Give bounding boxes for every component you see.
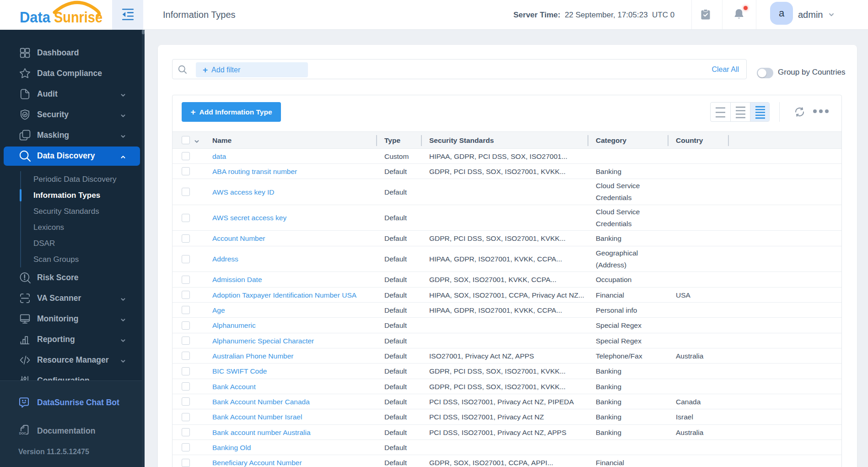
svg-text:DOC: DOC — [19, 431, 27, 435]
svg-text:Sunrise: Sunrise — [54, 9, 102, 26]
svg-text:Data: Data — [20, 9, 51, 26]
